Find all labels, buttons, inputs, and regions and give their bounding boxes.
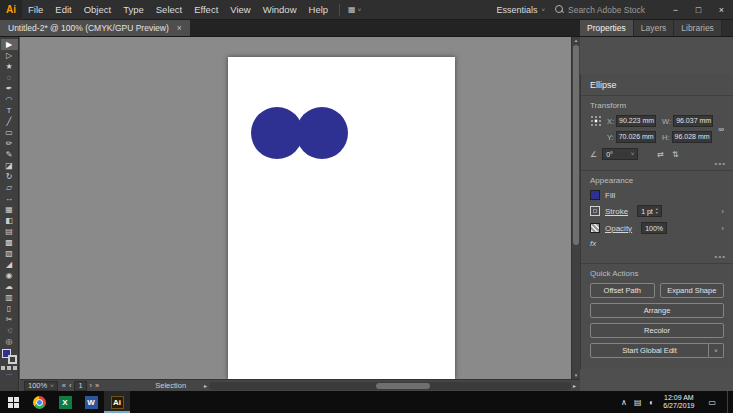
tab-libraries[interactable]: Libraries — [674, 20, 722, 36]
curvature-tool[interactable]: ◠ — [1, 94, 18, 105]
fill-color-swatch[interactable] — [590, 190, 600, 200]
menu-item[interactable]: Object — [78, 0, 117, 20]
blend-tool[interactable]: ◉ — [1, 270, 18, 281]
stroke-swatch[interactable] — [8, 355, 17, 364]
effects-fx-button[interactable]: fx — [590, 239, 596, 248]
w-field[interactable]: 96.037 mm — [673, 115, 713, 127]
mesh-tool[interactable]: ▩ — [1, 237, 18, 248]
global-edit-dropdown-icon[interactable]: ˅ — [709, 343, 724, 358]
selection-tool[interactable]: ▶ — [1, 39, 18, 50]
column-graph-tool[interactable]: ▥ — [1, 292, 18, 303]
workspace-switcher[interactable]: Essentials ˅ — [496, 5, 545, 15]
tray-expand-icon[interactable]: ∧ — [621, 398, 627, 407]
reference-point-locator[interactable] — [590, 115, 602, 143]
restore-button[interactable]: □ — [687, 0, 710, 20]
first-artboard-button[interactable]: « — [62, 381, 66, 390]
perspective-grid-tool[interactable]: ▤ — [1, 226, 18, 237]
close-tab-icon[interactable]: × — [177, 23, 182, 33]
rotate-angle-field[interactable]: 0° ˅ — [602, 148, 638, 160]
pencil-tool[interactable]: ✎ — [1, 149, 18, 160]
menu-item[interactable]: Edit — [49, 0, 77, 20]
stroke-color-swatch[interactable] — [590, 206, 600, 216]
pen-tool[interactable]: ✒ — [1, 83, 18, 94]
artboard-number-field[interactable]: 1 — [74, 381, 86, 391]
clock[interactable]: 12:09 AM 6/27/2019 — [660, 394, 697, 411]
gradient-tool[interactable]: ▧ — [1, 248, 18, 259]
scale-tool[interactable]: ▱ — [1, 182, 18, 193]
quick-action-button[interactable]: Expand Shape — [660, 283, 725, 298]
tab-properties[interactable]: Properties — [580, 20, 634, 36]
magic-wand-tool[interactable]: ★ — [1, 61, 18, 72]
opacity-options-chevron-icon[interactable]: › — [721, 224, 724, 233]
y-field[interactable]: 70.026 mm — [616, 131, 656, 143]
type-tool[interactable]: T — [1, 105, 18, 116]
direct-selection-tool[interactable]: ▷ — [1, 50, 18, 61]
menu-item[interactable]: Window — [257, 0, 303, 20]
color-button[interactable] — [1, 366, 5, 370]
hand-tool[interactable]: ☜ — [1, 325, 18, 336]
free-transform-tool[interactable]: ▦ — [1, 204, 18, 215]
eyedropper-tool[interactable]: ◢ — [1, 259, 18, 270]
horizontal-scrollbar[interactable] — [209, 382, 571, 390]
stroke-decrease-icon[interactable]: ▾ — [656, 211, 658, 215]
none-button[interactable] — [13, 366, 17, 370]
taskbar-app-word[interactable]: W — [78, 391, 104, 413]
scroll-left-icon[interactable]: ▸ — [204, 382, 207, 389]
stroke-label[interactable]: Stroke — [605, 207, 628, 216]
slice-tool[interactable]: ✂ — [1, 314, 18, 325]
eraser-tool[interactable]: ◪ — [1, 160, 18, 171]
flip-horizontal-icon[interactable]: ⇄ — [657, 150, 664, 159]
taskbar-app-illustrator[interactable]: Ai — [104, 391, 130, 413]
stroke-options-chevron-icon[interactable]: › — [721, 207, 724, 216]
scroll-down-icon[interactable]: ▾ — [572, 372, 580, 379]
opacity-field[interactable]: 100% — [641, 222, 667, 234]
menu-item[interactable]: Help — [303, 0, 335, 20]
previous-artboard-button[interactable]: ‹ — [69, 381, 72, 390]
close-button[interactable]: × — [710, 0, 733, 20]
scroll-right-icon[interactable]: ▸ — [573, 382, 576, 389]
shape-builder-tool[interactable]: ◧ — [1, 215, 18, 226]
menu-item[interactable]: Select — [150, 0, 188, 20]
search-input[interactable] — [568, 5, 654, 15]
arrange-documents-button[interactable]: ▦ ˅ — [345, 5, 364, 14]
h-field[interactable]: 96.028 mm — [672, 131, 712, 143]
taskbar-app-excel[interactable]: X — [52, 391, 78, 413]
edit-toolbar-button[interactable]: … — [6, 370, 13, 376]
line-segment-tool[interactable]: ╱ — [1, 116, 18, 127]
quick-action-button[interactable]: Offset Path — [590, 283, 655, 298]
canvas[interactable]: ▴ ▾ 100% ˅ « ‹ 1 › » Selection ▸ ▸ — [20, 37, 580, 391]
menu-item[interactable]: Effect — [188, 0, 224, 20]
tab-layers[interactable]: Layers — [634, 20, 675, 36]
start-global-edit-button[interactable]: Start Global Edit — [590, 343, 709, 358]
zoom-tool[interactable]: ◎ — [1, 336, 18, 347]
lasso-tool[interactable]: ◌ — [1, 72, 18, 83]
horizontal-scroll-thumb[interactable] — [376, 383, 430, 389]
stroke-weight-field[interactable]: 1 pt ▴ ▾ — [637, 205, 662, 217]
menu-item[interactable]: File — [22, 0, 49, 20]
arrange-button[interactable]: Arrange — [590, 303, 724, 318]
next-artboard-button[interactable]: › — [90, 381, 93, 390]
appearance-more-options[interactable]: ••• — [715, 252, 726, 261]
ellipse-shape-2[interactable] — [296, 107, 348, 159]
minimize-button[interactable]: − — [664, 0, 687, 20]
menu-item[interactable]: View — [224, 0, 256, 20]
constrain-proportions-icon[interactable]: ∞ — [718, 125, 724, 134]
width-tool[interactable]: ↔ — [1, 193, 18, 204]
opacity-label[interactable]: Opacity — [605, 224, 632, 233]
network-icon[interactable]: ▤ — [634, 398, 642, 407]
taskbar-app-chrome[interactable] — [26, 391, 52, 413]
transform-more-options[interactable]: ••• — [715, 159, 726, 168]
zoom-level-dropdown[interactable]: 100% ˅ — [24, 381, 58, 391]
action-center-icon[interactable]: ▭ — [704, 398, 720, 407]
vertical-scroll-thumb[interactable] — [573, 45, 579, 245]
show-desktop-button[interactable] — [727, 391, 731, 413]
last-artboard-button[interactable]: » — [95, 381, 99, 390]
artboard-tool[interactable]: ▯ — [1, 303, 18, 314]
recolor-button[interactable]: Recolor — [590, 323, 724, 338]
document-tab[interactable]: Untitled-2* @ 100% (CMYK/GPU Preview) × — [0, 20, 190, 36]
flip-vertical-icon[interactable]: ⇅ — [672, 150, 679, 159]
menu-item[interactable]: Type — [117, 0, 150, 20]
rectangle-tool[interactable]: ▭ — [1, 127, 18, 138]
vertical-scrollbar[interactable]: ▴ ▾ — [571, 37, 580, 379]
start-button[interactable] — [0, 391, 26, 413]
